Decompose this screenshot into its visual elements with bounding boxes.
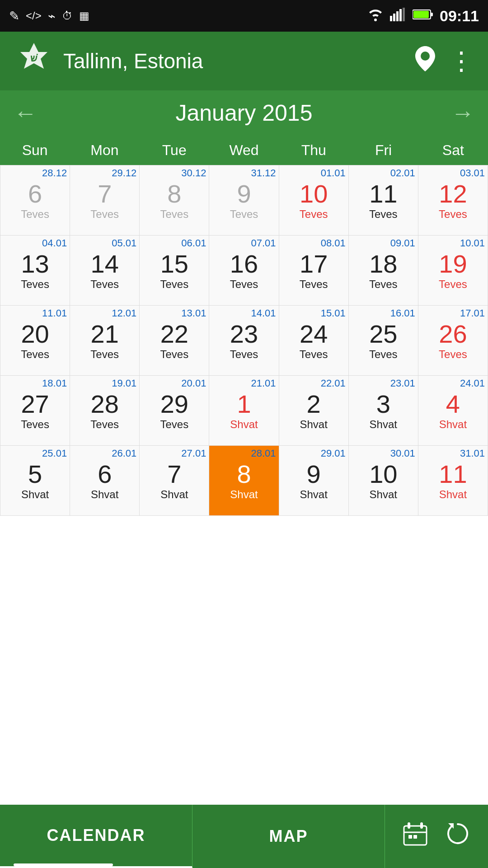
cell-day-num: 10 bbox=[369, 460, 397, 488]
cell-hebrew: Teves bbox=[230, 278, 258, 291]
cell-hebrew: Teves bbox=[90, 278, 119, 291]
cell-date-small: 28.01 bbox=[251, 448, 276, 459]
refresh-icon[interactable] bbox=[446, 821, 470, 851]
cell-hebrew: Teves bbox=[160, 418, 189, 431]
cal-cell-w2d6[interactable]: 17.0126Teves bbox=[418, 306, 488, 376]
cell-date-small: 30.01 bbox=[390, 448, 415, 459]
cal-cell-w0d5[interactable]: 02.0111Teves bbox=[349, 165, 418, 236]
cell-day-num: 29 bbox=[160, 390, 188, 418]
cal-cell-w0d2[interactable]: 30.128Teves bbox=[140, 165, 209, 236]
signal-icon bbox=[390, 8, 406, 24]
status-right-icons: 09:11 bbox=[367, 7, 479, 25]
cal-cell-w4d5[interactable]: 30.0110Shvat bbox=[349, 446, 418, 516]
cell-day-num: 9 bbox=[307, 460, 321, 488]
cell-hebrew: Teves bbox=[230, 348, 258, 361]
cell-date-small: 29.01 bbox=[321, 448, 346, 459]
status-time: 09:11 bbox=[440, 7, 479, 25]
cal-cell-w0d3[interactable]: 31.129Teves bbox=[209, 165, 279, 236]
cal-cell-w3d5[interactable]: 23.013Shvat bbox=[349, 376, 418, 446]
battery-icon bbox=[413, 9, 433, 24]
cell-day-num: 17 bbox=[300, 250, 328, 278]
cell-hebrew: Shvat bbox=[439, 418, 467, 431]
cell-day-num: 11 bbox=[439, 460, 467, 488]
cal-cell-w1d0[interactable]: 04.0113Teves bbox=[0, 236, 70, 306]
cell-date-small: 31.12 bbox=[251, 167, 276, 179]
day-header-sun: Sun bbox=[0, 136, 70, 165]
bottom-actions bbox=[385, 821, 488, 851]
cal-cell-w1d1[interactable]: 05.0114Teves bbox=[70, 236, 140, 306]
cell-date-small: 01.01 bbox=[321, 167, 346, 179]
cal-cell-w3d6[interactable]: 24.014Shvat bbox=[418, 376, 488, 446]
cal-cell-w1d4[interactable]: 08.0117Teves bbox=[279, 236, 349, 306]
cell-hebrew: Teves bbox=[439, 208, 467, 221]
svg-rect-11 bbox=[408, 822, 410, 829]
svg-rect-0 bbox=[390, 16, 392, 21]
cal-cell-w2d0[interactable]: 11.0120Teves bbox=[0, 306, 70, 376]
cal-cell-w1d5[interactable]: 09.0118Teves bbox=[349, 236, 418, 306]
cal-cell-w3d2[interactable]: 20.0129Teves bbox=[140, 376, 209, 446]
cell-day-num: 9 bbox=[237, 180, 251, 208]
svg-rect-1 bbox=[393, 14, 395, 21]
location-icon[interactable] bbox=[415, 46, 435, 76]
month-nav: ← January 2015 → bbox=[0, 90, 488, 136]
map-tab[interactable]: MAP bbox=[192, 805, 385, 868]
cal-cell-w4d4[interactable]: 29.019Shvat bbox=[279, 446, 349, 516]
svg-rect-15 bbox=[413, 835, 417, 839]
cal-cell-w4d1[interactable]: 26.016Shvat bbox=[70, 446, 140, 516]
cell-hebrew: Shvat bbox=[300, 418, 327, 431]
cal-cell-w4d6[interactable]: 31.0111Shvat bbox=[418, 446, 488, 516]
cell-date-small: 06.01 bbox=[181, 237, 206, 249]
cell-hebrew: Teves bbox=[21, 348, 49, 361]
cell-date-small: 14.01 bbox=[251, 307, 276, 319]
cell-date-small: 25.01 bbox=[42, 448, 67, 459]
svg-rect-12 bbox=[420, 822, 423, 829]
cal-cell-w0d1[interactable]: 29.127Teves bbox=[70, 165, 140, 236]
cal-cell-w2d2[interactable]: 13.0122Teves bbox=[140, 306, 209, 376]
cell-hebrew: Teves bbox=[160, 348, 189, 361]
cell-day-num: 10 bbox=[300, 180, 328, 208]
bottom-nav: CALENDAR MAP bbox=[0, 805, 488, 868]
cal-cell-w1d3[interactable]: 07.0116Teves bbox=[209, 236, 279, 306]
cell-date-small: 31.01 bbox=[460, 448, 485, 459]
prev-month-button[interactable]: ← bbox=[14, 99, 37, 127]
barcode-icon: ▦ bbox=[79, 9, 89, 22]
cell-date-small: 29.12 bbox=[112, 167, 136, 179]
cell-hebrew: Shvat bbox=[300, 488, 327, 501]
cell-hebrew: Teves bbox=[439, 278, 467, 291]
cell-date-small: 23.01 bbox=[390, 377, 415, 389]
cell-day-num: 26 bbox=[439, 320, 467, 348]
cal-cell-w2d3[interactable]: 14.0123Teves bbox=[209, 306, 279, 376]
svg-rect-3 bbox=[399, 9, 402, 21]
cal-cell-w3d4[interactable]: 22.012Shvat bbox=[279, 376, 349, 446]
cell-day-num: 24 bbox=[300, 320, 328, 348]
cal-cell-w0d4[interactable]: 01.0110Teves bbox=[279, 165, 349, 236]
cal-cell-w2d1[interactable]: 12.0121Teves bbox=[70, 306, 140, 376]
cal-cell-w1d6[interactable]: 10.0119Teves bbox=[418, 236, 488, 306]
app-title: Tallinn, Estonia bbox=[63, 49, 415, 73]
cell-day-num: 12 bbox=[439, 180, 467, 208]
day-header-fri: Fri bbox=[348, 136, 418, 165]
cal-cell-w0d6[interactable]: 03.0112Teves bbox=[418, 165, 488, 236]
cal-cell-w4d3[interactable]: 28.018Shvat bbox=[209, 446, 279, 516]
more-icon[interactable]: ⋮ bbox=[449, 48, 474, 74]
cell-hebrew: Shvat bbox=[21, 488, 49, 501]
cell-day-num: 13 bbox=[21, 250, 49, 278]
cal-cell-w3d1[interactable]: 19.0128Teves bbox=[70, 376, 140, 446]
cal-cell-w4d0[interactable]: 25.015Shvat bbox=[0, 446, 70, 516]
cal-cell-w2d4[interactable]: 15.0124Teves bbox=[279, 306, 349, 376]
bottom-indicator bbox=[14, 863, 113, 866]
cell-day-num: 25 bbox=[369, 320, 397, 348]
cell-day-num: 11 bbox=[369, 180, 397, 208]
day-header-sat: Sat bbox=[418, 136, 488, 165]
calendar-tab[interactable]: CALENDAR bbox=[0, 805, 192, 868]
cal-cell-w0d0[interactable]: 28.126Teves bbox=[0, 165, 70, 236]
month-title: January 2015 bbox=[175, 100, 312, 126]
cal-cell-w3d3[interactable]: 21.011Shvat bbox=[209, 376, 279, 446]
cal-cell-w3d0[interactable]: 18.0127Teves bbox=[0, 376, 70, 446]
cal-cell-w1d2[interactable]: 06.0115Teves bbox=[140, 236, 209, 306]
calendar-action-icon[interactable] bbox=[403, 821, 427, 851]
cal-cell-w2d5[interactable]: 16.0125Teves bbox=[349, 306, 418, 376]
next-month-button[interactable]: → bbox=[451, 99, 474, 127]
status-bar: ✎ </> ⌁ ⏱ ▦ 09:11 bbox=[0, 0, 488, 32]
cal-cell-w4d2[interactable]: 27.017Shvat bbox=[140, 446, 209, 516]
